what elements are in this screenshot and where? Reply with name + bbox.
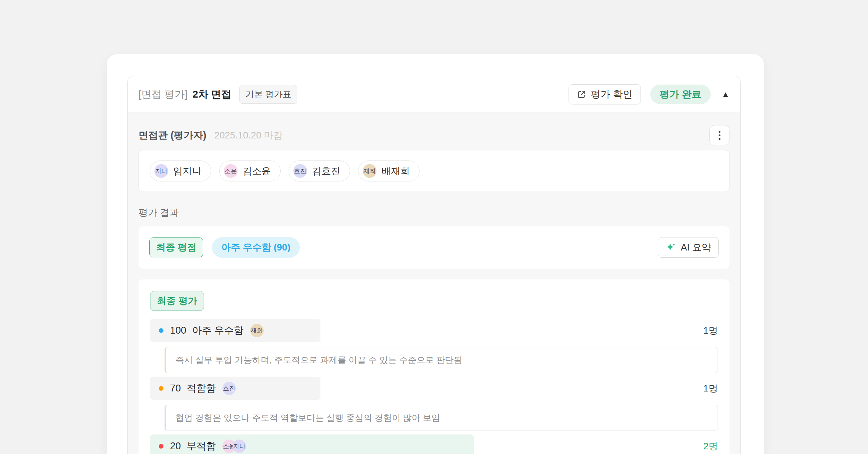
panel-title-group: [면접 평가] 2차 면접 기본 평가표 xyxy=(139,85,297,104)
evaluators-label-group: 면접관 (평가자) 2025.10.20 마감 xyxy=(139,129,283,142)
score-value: 100 xyxy=(170,325,186,336)
kebab-menu-button[interactable] xyxy=(709,125,729,145)
score-bar: 70 적합함 효진 xyxy=(150,377,320,400)
final-score-value-badge: 아주 우수함 (90) xyxy=(212,237,300,258)
evaluation-deadline: 2025.10.20 마감 xyxy=(214,129,282,142)
avatar: 효진 xyxy=(222,382,236,395)
avatar: 효진 xyxy=(293,164,307,178)
evaluators-header: 면접관 (평가자) 2025.10.20 마감 xyxy=(139,125,729,146)
page-title: 2차 면접 xyxy=(192,87,231,101)
final-evaluation-card: 최종 평가 100 아주 우수함 재희 1명 xyxy=(139,279,729,454)
score-value: 70 xyxy=(170,383,181,394)
score-row-20: 20 부적합 소윤 지나 2명 xyxy=(150,434,718,454)
evaluation-comment: 즉시 실무 투입 가능하며, 주도적으로 과제를 이끌 수 있는 수준으로 판단… xyxy=(165,347,718,373)
panel-body: 면접관 (평가자) 2025.10.20 마감 지나 임지나 소윤 김소윤 xyxy=(128,112,740,454)
interviewer-chips-box: 지나 임지나 소윤 김소윤 효진 김효진 재희 배재희 xyxy=(139,150,729,192)
interviewer-name: 김소윤 xyxy=(243,165,271,177)
avatar: 지나 xyxy=(233,440,246,453)
score-grade: 적합함 xyxy=(187,382,216,395)
vote-count: 2명 xyxy=(703,434,718,454)
kebab-menu-icon xyxy=(719,131,720,133)
sparkle-icon xyxy=(665,242,676,253)
vote-count: 1명 xyxy=(703,377,718,400)
avatar: 재희 xyxy=(250,324,264,337)
avatar: 재희 xyxy=(363,164,376,178)
interviewer-chip[interactable]: 소윤 김소윤 xyxy=(219,160,281,181)
evaluators-label: 면접관 (평가자) xyxy=(139,129,206,142)
interviewer-chip[interactable]: 지나 임지나 xyxy=(150,160,211,181)
score-grade: 아주 우수함 xyxy=(192,324,244,337)
header-actions: 평가 확인 평가 완료 ▲ xyxy=(569,84,729,104)
triangle-up-icon[interactable]: ▲ xyxy=(722,90,729,99)
score-row-70: 70 적합함 효진 1명 xyxy=(150,377,718,400)
external-link-icon xyxy=(577,90,586,99)
panel-header: [면접 평가] 2차 면접 기본 평가표 평가 확인 평가 완료 xyxy=(128,76,740,112)
results-section-label: 평가 결과 xyxy=(139,206,729,219)
final-score-label-badge: 최종 평점 xyxy=(149,237,203,257)
check-button-label: 평가 확인 xyxy=(591,88,633,101)
evaluation-comment: 협업 경험은 있으나 주도적 역할보다는 실행 중심의 경험이 많아 보임 xyxy=(165,405,718,431)
interviewer-name: 배재희 xyxy=(382,165,410,177)
template-badge: 기본 평가표 xyxy=(239,85,298,104)
interviewer-chip[interactable]: 효진 김효진 xyxy=(289,160,350,181)
status-badge: 평가 완료 xyxy=(650,85,711,104)
ai-summary-button[interactable]: AI 요약 xyxy=(658,237,719,258)
voter-avatars: 소윤 지나 xyxy=(222,440,246,453)
score-bar: 20 부적합 소윤 지나 xyxy=(150,434,474,454)
score-dot-icon xyxy=(159,328,163,333)
evaluation-card: [면접 평가] 2차 면접 기본 평가표 평가 확인 평가 완료 xyxy=(107,54,764,454)
score-row-100: 100 아주 우수함 재희 1명 xyxy=(150,319,718,342)
score-distribution: 100 아주 우수함 재희 1명 즉시 실무 투입 가능하며, 주도적으로 과제… xyxy=(150,319,718,454)
vote-count: 1명 xyxy=(703,319,718,342)
final-score-group: 최종 평점 아주 우수함 (90) xyxy=(149,237,300,258)
avatar: 지나 xyxy=(154,164,168,178)
voter-avatars: 효진 xyxy=(222,382,236,395)
evaluation-panel: [면접 평가] 2차 면접 기본 평가표 평가 확인 평가 완료 xyxy=(127,76,741,454)
score-dot-icon xyxy=(159,444,163,449)
score-dot-icon xyxy=(159,386,163,391)
avatar: 소윤 xyxy=(224,164,238,178)
interviewer-name: 임지나 xyxy=(173,165,201,177)
final-evaluation-badge: 최종 평가 xyxy=(150,291,204,311)
final-score-card: 최종 평점 아주 우수함 (90) AI 요약 xyxy=(139,226,729,269)
interviewer-chip[interactable]: 재희 배재희 xyxy=(358,160,420,181)
ai-summary-label: AI 요약 xyxy=(681,241,711,254)
score-value: 20 xyxy=(170,441,181,452)
score-bar: 100 아주 우수함 재희 xyxy=(150,319,320,342)
voter-avatars: 재희 xyxy=(250,324,264,337)
title-category: [면접 평가] xyxy=(139,87,187,101)
check-evaluation-button[interactable]: 평가 확인 xyxy=(569,84,641,104)
interviewer-name: 김효진 xyxy=(312,165,340,177)
score-grade: 부적합 xyxy=(187,440,216,453)
